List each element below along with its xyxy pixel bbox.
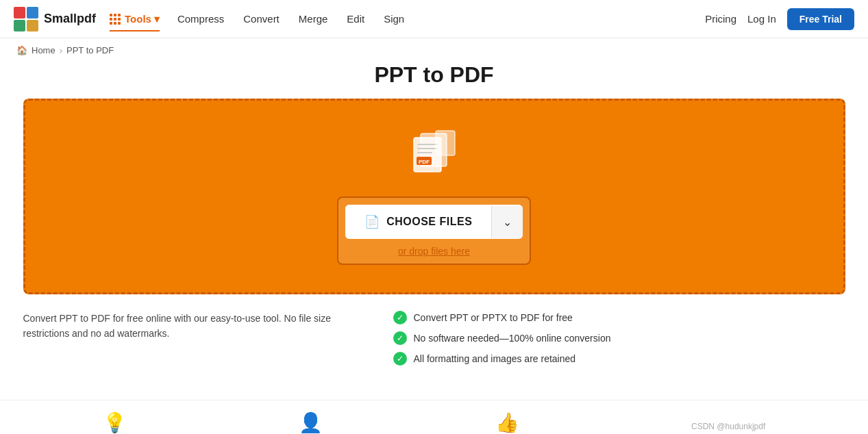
choose-files-dropdown[interactable]: ⌄ <box>491 206 523 238</box>
tools-button[interactable]: Tools ▾ <box>103 9 166 29</box>
check-icon-2: ✓ <box>393 331 407 345</box>
main-content: PPT to PDF 添加文件 <box>0 62 868 393</box>
file-icon: PDF <box>407 128 462 186</box>
drop-text: or drop files here <box>398 246 470 257</box>
check-icon-3: ✓ <box>393 352 407 366</box>
svg-rect-2 <box>14 20 25 31</box>
page-title: PPT to PDF <box>16 62 852 88</box>
feature-item-1: ✓ Convert PPT or PPTX to PDF for free <box>393 311 845 324</box>
svg-rect-3 <box>27 20 38 31</box>
compress-nav-link[interactable]: Compress <box>169 9 232 29</box>
breadcrumb-separator: › <box>60 45 62 55</box>
feature-item-3: ✓ All formatting and images are retained <box>393 352 845 366</box>
nav-right: Pricing Log In Free Trial <box>705 8 854 30</box>
chevron-down-icon: ⌄ <box>503 216 512 228</box>
right-features: ✓ Convert PPT or PPTX to PDF for free ✓ … <box>393 311 845 366</box>
grid-icon <box>110 14 121 25</box>
csdn-credit: CSDN @hudunkjpdf <box>691 422 765 431</box>
lightbulb-icon: 💡 <box>103 411 127 434</box>
footer-icons: 💡 👤 👍 CSDN @hudunkjpdf <box>0 400 868 434</box>
choose-files-btn-row: 📄 CHOOSE FILES ⌄ <box>345 205 523 239</box>
sign-nav-link[interactable]: Sign <box>375 9 412 29</box>
footer-icon-person: 👤 <box>299 411 323 434</box>
logo-area[interactable]: Smallpdf <box>14 7 96 31</box>
home-icon: 🏠 <box>16 45 27 55</box>
navbar: Smallpdf Tools ▾ Compress Convert Merge … <box>0 0 868 38</box>
footer-icon-thumbsup: 👍 <box>495 411 519 434</box>
footer-icon-bulb: 💡 <box>103 411 127 434</box>
svg-rect-1 <box>27 7 38 18</box>
thumbsup-icon: 👍 <box>495 411 519 434</box>
free-trial-button[interactable]: Free Trial <box>787 8 854 30</box>
convert-nav-link[interactable]: Convert <box>235 9 288 29</box>
breadcrumb-current: PPT to PDF <box>66 45 114 55</box>
svg-rect-0 <box>14 7 25 18</box>
file-add-icon: 📄 <box>364 214 380 229</box>
logo-icon <box>14 7 38 31</box>
nav-links: Compress Convert Merge Edit Sign <box>169 9 705 29</box>
drop-zone-wrapper: 添加文件 PD <box>23 99 845 294</box>
feature-item-2: ✓ No software needed—100% online convers… <box>393 331 845 345</box>
choose-files-button[interactable]: 📄 CHOOSE FILES <box>345 205 492 239</box>
check-icon-1: ✓ <box>393 311 407 324</box>
feature-label-1: Convert PPT or PPTX to PDF for free <box>414 312 573 323</box>
login-link[interactable]: Log In <box>747 13 776 25</box>
pricing-link[interactable]: Pricing <box>705 13 736 25</box>
svg-text:PDF: PDF <box>419 159 430 165</box>
breadcrumb-home[interactable]: Home <box>32 45 55 55</box>
edit-nav-link[interactable]: Edit <box>338 9 373 29</box>
person-icon: 👤 <box>299 411 323 434</box>
left-description: Convert PPT to PDF for free online with … <box>23 311 366 366</box>
drop-zone[interactable]: PDF 📄 CHOOSE FILES ⌄ <box>23 99 845 294</box>
feature-label-2: No software needed—100% online conversio… <box>414 333 611 344</box>
bottom-section: Convert PPT to PDF for free online with … <box>23 294 845 376</box>
breadcrumb: 🏠 Home › PPT to PDF <box>0 38 868 62</box>
svg-rect-13 <box>436 131 455 155</box>
feature-label-3: All formatting and images are retained <box>414 353 576 364</box>
logo-text: Smallpdf <box>44 12 96 26</box>
merge-nav-link[interactable]: Merge <box>290 9 336 29</box>
choose-files-area: 📄 CHOOSE FILES ⌄ or drop files here <box>337 196 532 265</box>
